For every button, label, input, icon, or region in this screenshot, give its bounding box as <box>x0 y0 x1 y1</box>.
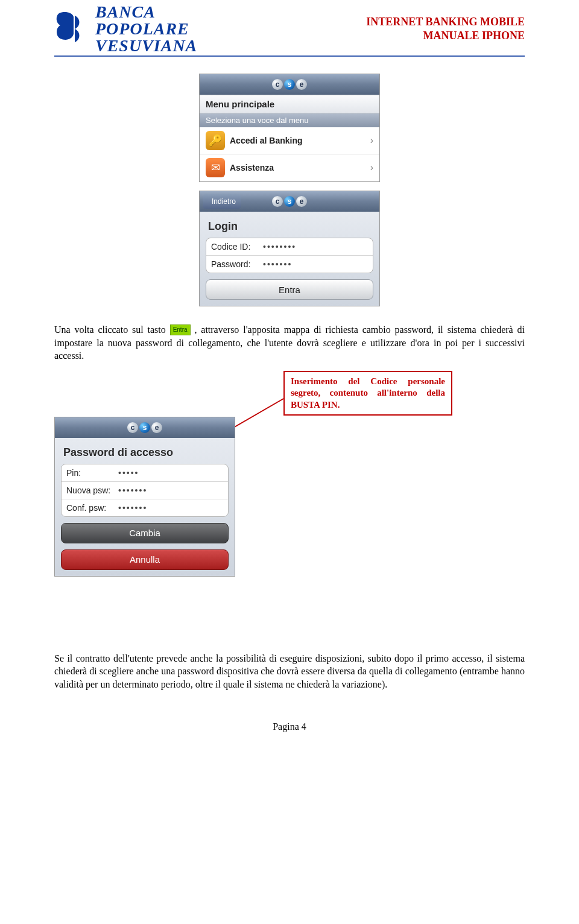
field-value: ••••••• <box>118 486 147 495</box>
header-right-line-1: INTERNET BANKING MOBILE <box>366 15 525 29</box>
annulla-button[interactable]: Annulla <box>61 549 229 570</box>
screenshot-menu: c s e Menu principale Seleziona una voce… <box>199 74 380 182</box>
pin-field[interactable]: Pin: ••••• <box>62 464 228 482</box>
key-icon: 🔑 <box>206 131 225 150</box>
cambia-button[interactable]: Cambia <box>61 523 229 543</box>
menu-item-assistenza[interactable]: ✉ Assistenza › <box>200 154 379 182</box>
conf-psw-field[interactable]: Conf. psw: ••••••• <box>62 499 228 516</box>
menu-item-banking[interactable]: 🔑 Accedi al Banking › <box>200 127 379 154</box>
nuova-psw-field[interactable]: Nuova psw: ••••••• <box>62 482 228 499</box>
back-button[interactable]: Indietro <box>203 194 241 209</box>
header-right: INTERNET BANKING MOBILE MANUALE IPHONE <box>366 15 525 43</box>
field-label: Pin: <box>66 468 118 478</box>
entra-button[interactable]: Entra <box>206 279 373 300</box>
brand: BANCA POPOLARE VESUVIANA <box>54 4 197 54</box>
screenshot-changepw: c s e Password di accesso Pin: ••••• Nuo… <box>54 417 235 577</box>
password-field[interactable]: Password: ••••••• <box>206 256 373 273</box>
field-label: Nuova psw: <box>66 486 118 495</box>
codice-id-field[interactable]: Codice ID: •••••••• <box>206 238 373 256</box>
paragraph-1: Una volta cliccato sul tasto Entra , att… <box>54 323 525 362</box>
menu-title: Menu principale <box>200 95 379 113</box>
login-fields: Codice ID: •••••••• Password: ••••••• <box>206 238 373 273</box>
screenshot-login: Indietro c s e Login Codice ID: ••••••••… <box>199 191 380 306</box>
login-title: Login <box>206 218 373 238</box>
page-header: BANCA POPOLARE VESUVIANA INTERNET BANKIN… <box>54 0 525 57</box>
field-label: Conf. psw: <box>66 503 118 513</box>
topbar: c s e <box>200 74 379 95</box>
cse-logo-icon: c s e <box>127 422 162 433</box>
field-value: ••••••• <box>263 259 292 269</box>
paragraph-2: Se il contratto dell'utente prevede anch… <box>54 652 525 691</box>
cse-logo-icon: c s e <box>272 79 307 90</box>
field-label: Password: <box>211 259 263 269</box>
menu-subtitle: Seleziona una voce dal menu <box>200 113 379 127</box>
entra-chip-icon: Entra <box>170 324 191 335</box>
menu-item-label: Accedi al Banking <box>230 136 303 145</box>
back-label: Indietro <box>212 197 236 206</box>
field-label: Codice ID: <box>211 242 263 252</box>
brand-text: BANCA POPOLARE VESUVIANA <box>95 4 197 54</box>
brand-line-3: VESUVIANA <box>95 37 197 54</box>
topbar: Indietro c s e <box>200 191 379 212</box>
mail-icon: ✉ <box>206 158 225 177</box>
chevron-right-icon: › <box>370 135 373 146</box>
chevron-right-icon: › <box>370 162 373 173</box>
brand-line-1: BANCA <box>95 4 197 21</box>
field-value: ••••• <box>118 468 139 478</box>
brand-line-2: POPOLARE <box>95 21 197 37</box>
cse-logo-icon: c s e <box>272 196 307 207</box>
button-label: Annulla <box>130 554 160 565</box>
menu-item-label: Assistenza <box>230 163 274 172</box>
changepw-fields: Pin: ••••• Nuova psw: ••••••• Conf. psw:… <box>61 464 229 517</box>
page-number: Pagina 4 <box>54 721 525 732</box>
callout-box: Inserimento del Codice personale segreto… <box>283 371 452 416</box>
changepw-title: Password di accesso <box>61 444 229 464</box>
topbar: c s e <box>55 417 235 438</box>
brand-logo-icon <box>54 10 89 48</box>
button-label: Cambia <box>129 528 160 538</box>
button-label: Entra <box>279 285 300 295</box>
header-right-line-2: MANUALE IPHONE <box>366 29 525 43</box>
field-value: •••••••• <box>263 242 296 252</box>
field-value: ••••••• <box>118 503 147 513</box>
